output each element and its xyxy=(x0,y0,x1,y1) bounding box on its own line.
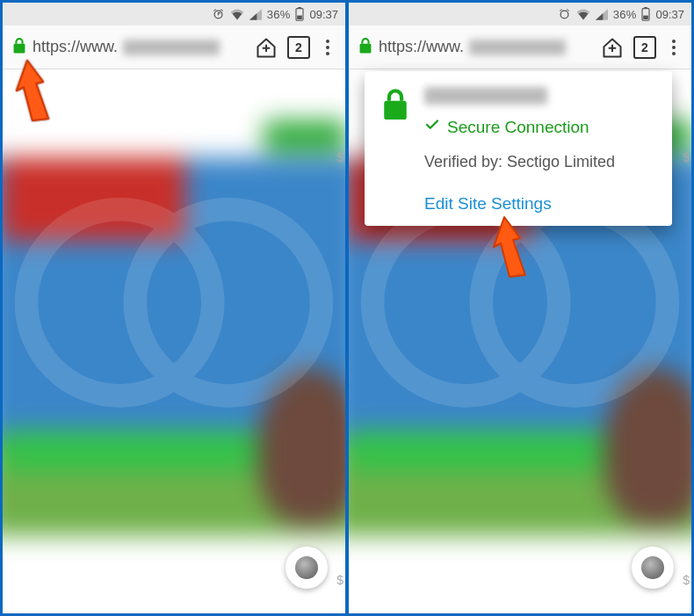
decor-dollar: $ xyxy=(683,150,690,164)
signal-icon xyxy=(249,9,262,20)
browser-toolbar: https://www. 2 xyxy=(3,25,345,69)
url-text: https://www. xyxy=(33,38,118,56)
signal-icon xyxy=(596,9,608,20)
site-name-redacted xyxy=(424,87,547,105)
url-redacted xyxy=(469,40,566,55)
site-security-popup: Secure Connection Verified by: Sectigo L… xyxy=(365,71,672,226)
battery-icon xyxy=(295,7,304,21)
battery-icon xyxy=(641,7,650,21)
status-bar: 36% 09:37 xyxy=(349,3,691,25)
floating-action-button[interactable] xyxy=(286,547,328,589)
battery-percent: 36% xyxy=(267,8,291,21)
decor-dollar: $ xyxy=(683,573,690,587)
phone-left: 36% 09:37 https://www. 2 xyxy=(3,3,345,613)
webpage-content-blurred: $ $ xyxy=(3,69,345,613)
url-redacted xyxy=(123,40,220,55)
svg-rect-7 xyxy=(645,7,647,9)
status-bar: 36% 09:37 xyxy=(3,3,345,25)
add-to-home-icon[interactable] xyxy=(600,35,625,60)
alarm-icon xyxy=(212,8,225,21)
status-time: 09:37 xyxy=(309,8,338,21)
decor-dollar: $ xyxy=(336,150,343,164)
lock-icon[interactable] xyxy=(358,37,373,58)
svg-rect-3 xyxy=(14,43,25,53)
lock-icon xyxy=(380,87,410,126)
overflow-menu-icon[interactable] xyxy=(665,40,683,55)
lock-icon[interactable] xyxy=(11,37,27,58)
floating-action-button[interactable] xyxy=(632,547,674,589)
wifi-icon xyxy=(576,9,590,20)
address-bar[interactable]: https://www. xyxy=(358,37,591,58)
alarm-icon xyxy=(558,8,571,21)
svg-rect-8 xyxy=(644,16,649,19)
phone-right: 36% 09:37 https://www. 2 xyxy=(349,3,691,613)
checkmark-icon xyxy=(424,117,440,137)
comparison-frame: 36% 09:37 https://www. 2 xyxy=(0,0,694,616)
tabs-button[interactable]: 2 xyxy=(633,36,656,59)
svg-rect-12 xyxy=(384,101,407,120)
svg-rect-9 xyxy=(360,43,372,53)
svg-rect-2 xyxy=(298,16,303,19)
decor-dollar: $ xyxy=(336,573,343,587)
battery-percent: 36% xyxy=(613,8,637,21)
add-to-home-icon[interactable] xyxy=(254,35,278,60)
browser-toolbar: https://www. 2 xyxy=(349,25,691,69)
svg-rect-1 xyxy=(299,7,301,9)
url-text: https://www. xyxy=(379,38,464,56)
edit-site-settings-link[interactable]: Edit Site Settings xyxy=(424,194,552,214)
status-time: 09:37 xyxy=(655,8,684,21)
secure-connection-line: Secure Connection xyxy=(424,117,656,137)
address-bar[interactable]: https://www. xyxy=(11,37,245,58)
overflow-menu-icon[interactable] xyxy=(319,40,336,55)
wifi-icon xyxy=(230,9,244,20)
secure-connection-label: Secure Connection xyxy=(447,118,589,137)
tabs-button[interactable]: 2 xyxy=(287,36,310,59)
verified-by-label: Verified by: Sectigo Limited xyxy=(424,153,656,171)
